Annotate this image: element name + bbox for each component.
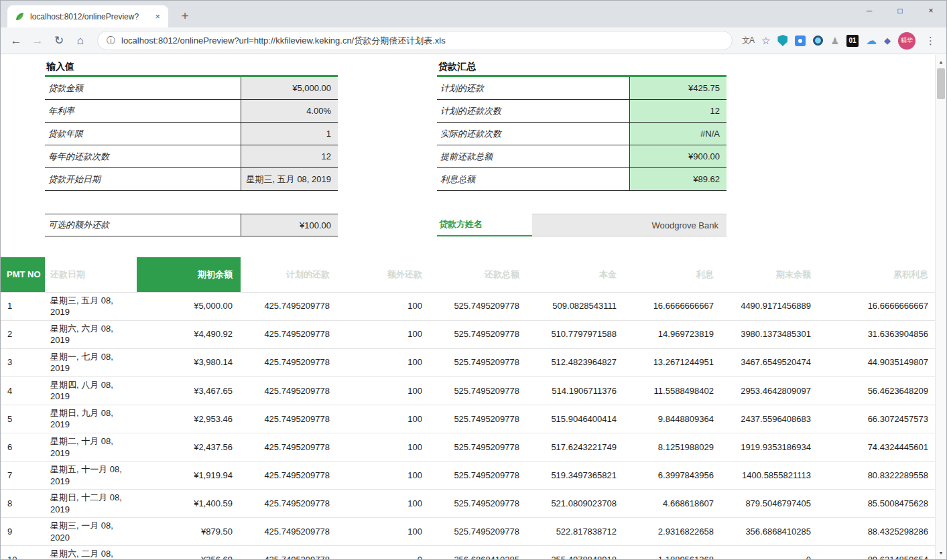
cell-cumulative-interest: 89.6214859654 <box>819 546 936 559</box>
cell-principal: 512.4823964827 <box>527 348 625 376</box>
cell-cumulative-interest: 56.4623648209 <box>819 376 936 405</box>
loan-summary-panel: 贷款汇总 计划的还款 ¥425.75 计划的还款次数 12 实际的还款次数 #N… <box>437 59 727 236</box>
cell-pmt-no: 3 <box>1 348 45 376</box>
page-info-icon[interactable]: ⓘ <box>107 35 115 47</box>
cell-extra-payment: 100 <box>338 405 430 433</box>
home-icon[interactable]: ⌂ <box>70 31 90 51</box>
bookmark-star-icon[interactable]: ☆ <box>761 35 770 47</box>
new-tab-button[interactable]: + <box>176 7 194 25</box>
cell-scheduled-payment: 425.7495209778 <box>241 405 338 433</box>
counter-badge-icon[interactable]: 01 <box>846 35 859 47</box>
input-row: 年利率 4.00% <box>45 100 338 123</box>
cell-ending-balance: 356.6868410285 <box>722 518 819 546</box>
summary-row: 计划的还款 ¥425.75 <box>437 77 727 100</box>
cell-ending-balance: 0 <box>722 546 819 559</box>
cell-ending-balance: 4490.9171456889 <box>722 292 819 320</box>
cell-cumulative-interest: 74.4324445601 <box>819 433 936 461</box>
summary-row-label: 利息总额 <box>437 168 629 190</box>
cell-interest: 13.2671244951 <box>625 348 722 376</box>
amortization-table: PMT NO 还款日期 期初余额 计划的还款 额外还款 还款总额 本金 利息 期… <box>1 257 936 559</box>
cell-payment-date: 星期一, 七月 08, 2019 <box>45 348 137 376</box>
gray-extension-icon[interactable]: ♟ <box>830 36 839 46</box>
close-button[interactable]: × <box>916 1 946 21</box>
header-principal: 本金 <box>527 257 625 292</box>
input-row-value: 12 <box>241 145 338 167</box>
cell-scheduled-payment: 425.7495209778 <box>241 462 338 490</box>
header-cumulative-interest: 累积利息 <box>819 257 936 292</box>
cell-extra-payment: 100 <box>338 518 430 546</box>
url-text[interactable]: localhost:8012/onlinePreview?url=http://… <box>121 35 446 47</box>
schedule-row: 7 星期五, 十一月 08, 2019 ¥1,919.94 425.749520… <box>1 462 936 490</box>
cell-pmt-no: 5 <box>1 405 45 433</box>
scroll-up-icon[interactable]: ▲ <box>936 56 946 67</box>
extra-payment-value: ¥100.00 <box>241 214 338 236</box>
menu-kebab-icon[interactable]: ⋮ <box>923 35 938 47</box>
cell-pmt-no: 8 <box>1 490 45 518</box>
cell-total-payment: 525.7495209778 <box>430 518 527 546</box>
cell-extra-payment: 100 <box>338 348 430 376</box>
cell-beginning-balance: ¥879.50 <box>137 518 241 546</box>
reload-icon[interactable]: ↻ <box>49 31 69 51</box>
cell-cumulative-interest: 85.5008475628 <box>819 490 936 518</box>
input-row-label: 贷款金额 <box>45 77 241 99</box>
circle-extension-icon[interactable] <box>813 36 823 46</box>
cell-scheduled-payment: 425.7495209778 <box>241 433 338 461</box>
input-row-value: 1 <box>241 123 338 145</box>
cell-total-payment: 525.7495209778 <box>430 348 527 376</box>
scroll-down-icon[interactable]: ▼ <box>936 547 946 558</box>
input-values-panel: 输入值 贷款金额 ¥5,000.00 年利率 4.00% 贷款年限 1 <box>45 59 338 236</box>
cell-principal: 517.6243221749 <box>527 433 625 461</box>
cell-total-payment: 525.7495209778 <box>430 376 527 405</box>
input-row: 贷款年限 1 <box>45 123 338 145</box>
scrollbar-thumb[interactable] <box>937 68 945 99</box>
minimize-button[interactable]: ─ <box>854 1 885 21</box>
cell-total-payment: 525.7495209778 <box>430 462 527 490</box>
cell-ending-balance: 879.5046797405 <box>722 490 819 518</box>
shield-extension-icon[interactable] <box>777 35 787 46</box>
summary-row: 实际的还款次数 #N/A <box>437 123 727 145</box>
cloud-extension-icon[interactable]: ☁ <box>866 34 877 47</box>
address-bar[interactable]: ⓘ localhost:8012/onlinePreview?url=http:… <box>97 31 733 50</box>
vertical-scrollbar[interactable]: ▲ ▼ <box>935 55 946 559</box>
summary-row-label: 提前还款总额 <box>437 145 629 167</box>
spacer <box>437 191 727 214</box>
cell-scheduled-payment: 425.7495209778 <box>241 546 338 559</box>
input-row-value: 星期三, 五月 08, 2019 <box>241 168 338 190</box>
profile-avatar[interactable]: 精华 <box>898 32 916 50</box>
back-icon[interactable]: ← <box>6 31 26 51</box>
cell-scheduled-payment: 425.7495209778 <box>241 376 338 405</box>
input-row-value: ¥5,000.00 <box>241 77 338 99</box>
cell-interest: 2.9316822658 <box>625 518 722 546</box>
cell-beginning-balance: ¥4,490.92 <box>137 320 241 348</box>
input-row: 贷款金额 ¥5,000.00 <box>45 77 338 100</box>
summary-panel-title: 贷款汇总 <box>437 59 727 75</box>
cell-pmt-no: 4 <box>1 376 45 405</box>
cell-principal: 522.817838712 <box>527 518 625 546</box>
lender-label: 贷款方姓名 <box>437 214 532 236</box>
cell-total-payment: 525.7495209778 <box>430 320 527 348</box>
spacer <box>45 191 338 214</box>
input-row-value: 4.00% <box>241 100 338 122</box>
blue-extension-icon[interactable] <box>795 36 806 46</box>
summary-row-label: 实际的还款次数 <box>437 123 629 145</box>
summary-row-value: ¥89.62 <box>629 168 727 190</box>
forward-icon[interactable]: → <box>27 31 48 51</box>
cell-ending-balance: 1919.9353186934 <box>722 433 819 461</box>
tab-title: localhost:8012/onlinePreview? <box>30 12 148 21</box>
tab-close-icon[interactable]: × <box>153 11 162 21</box>
maximize-button[interactable]: □ <box>885 1 916 21</box>
cell-beginning-balance: ¥2,953.46 <box>137 405 241 433</box>
browser-tab[interactable]: localhost:8012/onlinePreview? × <box>7 5 168 27</box>
cell-payment-date: 星期日, 十二月 08, 2019 <box>45 490 137 518</box>
cell-principal: 519.3497365821 <box>527 462 625 490</box>
cell-payment-date: 星期三, 五月 08, 2019 <box>45 292 137 320</box>
cell-payment-date: 星期五, 十一月 08, 2019 <box>45 462 137 490</box>
lender-value: Woodgrove Bank <box>532 214 727 236</box>
cell-interest: 14.969723819 <box>625 320 722 348</box>
translate-icon[interactable]: 文A <box>742 35 754 46</box>
header-scheduled-payment: 计划的还款 <box>241 257 338 292</box>
cell-cumulative-interest: 31.6363904856 <box>819 320 936 348</box>
browser-toolbar: ← → ↻ ⌂ ⓘ localhost:8012/onlinePreview?u… <box>1 27 946 54</box>
pointer-extension-icon[interactable]: ◆ <box>884 36 891 46</box>
cell-ending-balance: 3980.1373485301 <box>722 320 819 348</box>
